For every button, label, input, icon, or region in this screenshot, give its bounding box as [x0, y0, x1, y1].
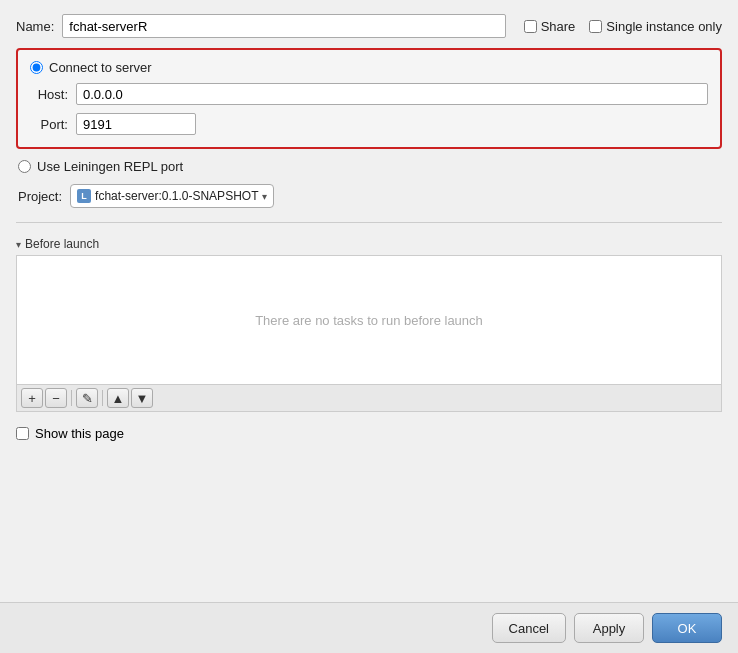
connect-section: Connect to server Host: Port: — [16, 48, 722, 149]
apply-button[interactable]: Apply — [574, 613, 644, 643]
leiningen-row: Use Leiningen REPL port — [16, 159, 722, 174]
name-row: Name: Share Single instance only — [16, 14, 722, 38]
before-launch-triangle: ▾ — [16, 239, 21, 250]
show-page-checkbox[interactable] — [16, 427, 29, 440]
before-launch-label: Before launch — [25, 237, 99, 251]
ok-button[interactable]: OK — [652, 613, 722, 643]
connect-radio-row: Connect to server — [30, 60, 708, 75]
divider — [16, 222, 722, 223]
content-area: Name: Share Single instance only Connect… — [0, 0, 738, 602]
port-row: Port: — [30, 113, 708, 135]
bottom-bar: Cancel Apply OK — [0, 602, 738, 653]
project-icon: L — [77, 189, 91, 203]
move-up-button[interactable]: ▲ — [107, 388, 129, 408]
before-launch-toolbar: + − ✎ ▲ ▼ — [16, 385, 722, 412]
remove-task-button[interactable]: − — [45, 388, 67, 408]
connect-radio-label: Connect to server — [49, 60, 152, 75]
show-page-label: Show this page — [35, 426, 124, 441]
port-label: Port: — [34, 117, 68, 132]
before-launch-box: There are no tasks to run before launch — [16, 255, 722, 385]
single-instance-label: Single instance only — [606, 19, 722, 34]
single-instance-checkbox-label[interactable]: Single instance only — [589, 19, 722, 34]
name-input[interactable] — [62, 14, 505, 38]
spacer — [16, 451, 722, 588]
leiningen-radio[interactable] — [18, 160, 31, 173]
leiningen-label: Use Leiningen REPL port — [37, 159, 183, 174]
move-down-button[interactable]: ▼ — [131, 388, 153, 408]
name-options: Share Single instance only — [524, 19, 722, 34]
project-row: Project: L fchat-server:0.1.0-SNAPSHOT ▾ — [16, 184, 722, 208]
cancel-button[interactable]: Cancel — [492, 613, 566, 643]
connect-radio[interactable] — [30, 61, 43, 74]
toolbar-separator-2 — [102, 390, 103, 406]
host-row: Host: — [30, 83, 708, 105]
edit-task-button[interactable]: ✎ — [76, 388, 98, 408]
single-instance-checkbox[interactable] — [589, 20, 602, 33]
host-label: Host: — [34, 87, 68, 102]
host-input[interactable] — [76, 83, 708, 105]
add-task-button[interactable]: + — [21, 388, 43, 408]
project-dropdown-arrow: ▾ — [262, 191, 267, 202]
project-label: Project: — [18, 189, 62, 204]
name-label: Name: — [16, 19, 54, 34]
project-select-text: fchat-server:0.1.0-SNAPSHOT — [95, 189, 258, 203]
share-label: Share — [541, 19, 576, 34]
share-checkbox-label[interactable]: Share — [524, 19, 576, 34]
toolbar-separator — [71, 390, 72, 406]
no-tasks-text: There are no tasks to run before launch — [255, 313, 483, 328]
project-select[interactable]: L fchat-server:0.1.0-SNAPSHOT ▾ — [70, 184, 274, 208]
show-page-row: Show this page — [16, 426, 722, 441]
before-launch-section: ▾ Before launch There are no tasks to ru… — [16, 237, 722, 412]
dialog: Name: Share Single instance only Connect… — [0, 0, 738, 653]
port-input[interactable] — [76, 113, 196, 135]
share-checkbox[interactable] — [524, 20, 537, 33]
before-launch-header: ▾ Before launch — [16, 237, 722, 251]
